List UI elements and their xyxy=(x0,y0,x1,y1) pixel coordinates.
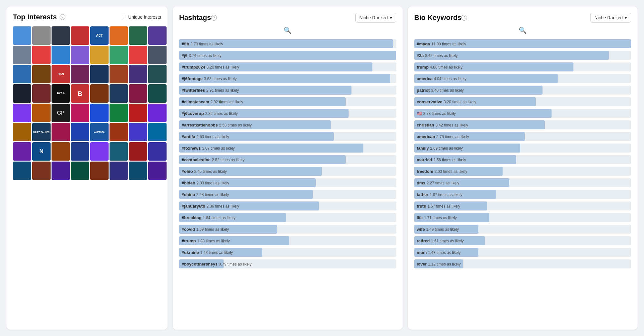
hashtags-help-icon[interactable]: ? xyxy=(211,15,217,21)
bar-keyword: #trump2024 xyxy=(182,65,205,70)
bar-keyword: christian xyxy=(417,123,434,127)
bar-keyword: truth xyxy=(417,204,427,209)
list-item: #trump20243.20 times as likely xyxy=(179,62,396,71)
bar-likelihood: 1.61 times as likely xyxy=(431,239,464,243)
bar-keyword: wife xyxy=(417,227,425,232)
list-item: christian3.42 times as likely xyxy=(414,120,631,129)
avatar xyxy=(110,142,128,161)
bar-likelihood: 2.28 times as likely xyxy=(196,192,229,197)
avatar xyxy=(52,142,70,161)
avatar xyxy=(129,84,147,103)
bar-likelihood: 4.86 times as likely xyxy=(430,65,462,70)
bar-likelihood: 3.07 times as likely xyxy=(202,146,235,151)
bar-likelihood: 3.42 times as likely xyxy=(436,123,468,127)
avatar xyxy=(13,46,31,64)
avatar xyxy=(129,104,147,122)
bar-likelihood: 1.12 times as likely xyxy=(428,262,461,266)
bar-keyword: #boycotthersheys xyxy=(182,262,217,266)
bar-keyword: #arrestkatiehobbs xyxy=(182,123,218,127)
bar-keyword: married xyxy=(417,157,432,162)
list-item: #foxnews3.07 times as likely xyxy=(179,143,396,153)
unique-interests-checkbox[interactable] xyxy=(122,15,126,19)
bar-keyword: america xyxy=(417,76,433,81)
bar-likelihood: 2.86 times as likely xyxy=(205,111,238,116)
avatar xyxy=(148,65,167,83)
bar-keyword: mom xyxy=(417,250,427,255)
bar-likelihood: 2.82 times as likely xyxy=(210,100,243,104)
avatar xyxy=(129,123,147,141)
hashtags-search-icon[interactable]: 🔍 xyxy=(284,26,292,34)
avatar xyxy=(148,46,167,64)
bar-keyword: #trump xyxy=(182,238,196,243)
bar-keyword: #maga xyxy=(417,42,430,46)
bar-keyword: #fjb xyxy=(182,42,189,46)
chevron-down-icon: ▾ xyxy=(625,15,627,20)
avatar xyxy=(32,162,51,180)
avatar xyxy=(129,26,147,45)
bar-keyword: #j6footage xyxy=(182,76,203,81)
hashtags-dropdown[interactable]: Niche Ranked ▾ xyxy=(355,13,396,23)
list-item: #eastpalestine2.82 times as likely xyxy=(179,154,396,164)
list-item: #fjb3.73 times as likely xyxy=(179,39,396,48)
list-item: wife1.49 times as likely xyxy=(414,224,631,234)
list-item: america4.04 times as likely xyxy=(414,73,631,83)
bar-keyword: #covid xyxy=(182,227,195,232)
list-item: #climatescam2.82 times as likely xyxy=(179,97,396,106)
avatar xyxy=(110,162,128,180)
avatar: GP xyxy=(52,104,70,122)
bio-keywords-search-icon[interactable]: 🔍 xyxy=(519,26,527,34)
bar-keyword: #j6coverup xyxy=(182,111,204,116)
bar-likelihood: 2.33 times as likely xyxy=(197,181,229,185)
bar-likelihood: 3.40 times as likely xyxy=(431,88,464,93)
avatar xyxy=(71,26,89,45)
list-item: #2a8.42 times as likely xyxy=(414,50,631,60)
list-item: #maga11.00 times as likely xyxy=(414,39,631,48)
top-interests-help-icon[interactable]: ? xyxy=(60,14,65,20)
bar-likelihood: 2.56 times as likely xyxy=(433,158,466,162)
bio-keywords-title: Bio Keywords xyxy=(414,14,462,22)
avatar xyxy=(90,65,109,83)
list-item: #ohio2.45 times as likely xyxy=(179,166,396,176)
bio-keywords-help-icon[interactable]: ? xyxy=(461,15,467,21)
list-item: father1.87 times as likely xyxy=(414,189,631,199)
bar-likelihood: 2.03 times as likely xyxy=(435,169,467,174)
list-item: #trump1.88 times as likely xyxy=(179,236,396,245)
avatar xyxy=(52,26,70,45)
avatar xyxy=(90,162,109,180)
bar-likelihood: 2.58 times as likely xyxy=(219,123,252,127)
bar-keyword: #eastpalestine xyxy=(182,157,211,162)
bar-likelihood: 8.42 times as likely xyxy=(425,53,457,58)
avatar xyxy=(13,142,31,161)
bar-likelihood: 1.71 times as likely xyxy=(424,216,457,220)
bar-likelihood: 1.49 times as likely xyxy=(426,227,459,232)
avatar xyxy=(110,26,128,45)
avatar xyxy=(13,104,31,122)
list-item: mom1.48 times as likely xyxy=(414,247,631,257)
list-item: #arrestkatiehobbs2.58 times as likely xyxy=(179,120,396,129)
top-interests-title: Top Interests xyxy=(13,13,57,21)
avatar xyxy=(71,123,89,141)
bar-keyword: #breaking xyxy=(182,215,201,220)
chevron-down-icon: ▾ xyxy=(390,15,392,20)
bar-likelihood: 3.73 times as likely xyxy=(190,42,223,46)
bar-likelihood: 1.87 times as likely xyxy=(430,192,462,197)
avatar xyxy=(32,104,51,122)
avatar: ACT xyxy=(90,26,109,45)
bar-likelihood: 1.67 times as likely xyxy=(428,204,460,209)
list-item: #boycotthersheys0.79 times as likely xyxy=(179,259,396,268)
avatar xyxy=(90,142,109,161)
avatar xyxy=(71,142,89,161)
bio-keywords-dropdown[interactable]: Niche Ranked ▾ xyxy=(590,13,631,23)
avatar xyxy=(52,123,70,141)
bar-keyword: #climatescam xyxy=(182,99,209,104)
list-item: family2.69 times as likely xyxy=(414,143,631,153)
list-item: #j63.74 times as likely xyxy=(179,50,396,60)
hashtags-header: Hashtags ? Niche Ranked ▾ xyxy=(179,13,396,23)
list-item: #covid1.69 times as likely xyxy=(179,224,396,234)
bar-likelihood: 3.20 times as likely xyxy=(444,100,476,104)
bar-keyword: #foxnews xyxy=(182,146,201,151)
bar-likelihood: 3.20 times as likely xyxy=(207,65,239,70)
unique-interests-label[interactable]: Unique Interests xyxy=(122,14,161,20)
avatar: OAN xyxy=(52,65,70,83)
bio-keywords-bar-list: #maga11.00 times as likely#2a8.42 times … xyxy=(414,39,631,268)
